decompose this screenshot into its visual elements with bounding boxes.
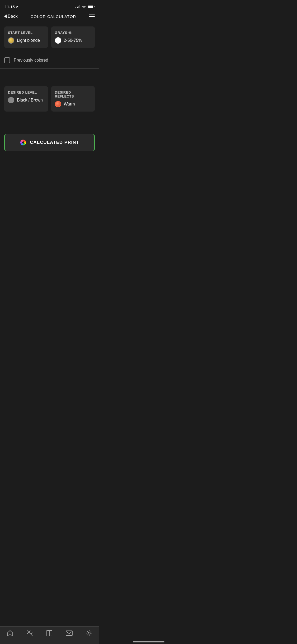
- page-title: COLOR CALCULATOR: [30, 14, 76, 19]
- desired-level-value: Black / Brown: [17, 98, 43, 103]
- grays-value-row: 2-50-75%: [55, 37, 91, 44]
- previously-colored-row: Previously colored: [0, 52, 99, 68]
- section-spacer-2: [0, 116, 99, 129]
- status-icons: [76, 5, 94, 8]
- time-label: 11.15: [5, 4, 15, 9]
- previously-colored-checkbox[interactable]: [4, 57, 10, 63]
- location-icon: ➤: [16, 5, 18, 8]
- desired-level-value-row: Black / Brown: [8, 97, 44, 103]
- desired-cards-row: DESIRED LEVEL Black / Brown DESIRED REFL…: [4, 86, 95, 112]
- hamburger-icon: [89, 15, 95, 15]
- hamburger-icon: [89, 18, 95, 18]
- svg-point-1: [22, 141, 24, 144]
- signal-icon: [76, 5, 80, 8]
- grays-title: GRAYS %: [55, 31, 91, 35]
- status-bar: 11.15 ➤: [0, 0, 99, 12]
- section-spacer: [0, 69, 99, 82]
- calculated-print-button[interactable]: CALCULATED PRINT: [4, 134, 95, 151]
- desired-reflects-title: DESIRED REFLECTS: [55, 90, 91, 98]
- desired-level-dot: [8, 97, 14, 103]
- grays-card[interactable]: GRAYS % 2-50-75%: [51, 26, 95, 48]
- top-cards-row: START LEVEL Light blonde GRAYS % 2-50-75…: [4, 26, 95, 48]
- nav-bar: Back COLOR CALCULATOR: [0, 12, 99, 22]
- desired-reflects-dot: [55, 101, 61, 107]
- menu-button[interactable]: [89, 15, 95, 18]
- status-time: 11.15 ➤: [5, 4, 18, 9]
- grays-value: 2-50-75%: [64, 38, 82, 43]
- previously-colored-label: Previously colored: [14, 58, 48, 63]
- desired-reflects-value-row: Warm: [55, 101, 91, 107]
- top-section: START LEVEL Light blonde GRAYS % 2-50-75…: [0, 22, 99, 52]
- desired-level-card[interactable]: DESIRED LEVEL Black / Brown: [4, 86, 48, 112]
- back-chevron-icon: [4, 15, 7, 18]
- start-level-title: START LEVEL: [8, 31, 44, 35]
- back-label: Back: [8, 14, 18, 19]
- calculated-print-label: CALCULATED PRINT: [30, 140, 79, 145]
- wifi-icon: [82, 5, 86, 8]
- desired-reflects-card[interactable]: DESIRED REFLECTS Warm: [51, 86, 95, 112]
- desired-level-title: DESIRED LEVEL: [8, 90, 44, 94]
- desired-section: DESIRED LEVEL Black / Brown DESIRED REFL…: [0, 82, 99, 116]
- svg-point-0: [84, 8, 84, 8]
- battery-icon: [88, 5, 94, 8]
- grays-dot: [55, 37, 61, 44]
- start-level-value: Light blonde: [17, 38, 40, 43]
- start-level-value-row: Light blonde: [8, 37, 44, 44]
- start-level-card[interactable]: START LEVEL Light blonde: [4, 26, 48, 48]
- color-wheel-icon: [20, 139, 27, 146]
- back-button[interactable]: Back: [4, 14, 18, 19]
- desired-reflects-value: Warm: [64, 102, 75, 107]
- start-level-dot: [8, 37, 14, 44]
- hamburger-icon: [89, 16, 95, 17]
